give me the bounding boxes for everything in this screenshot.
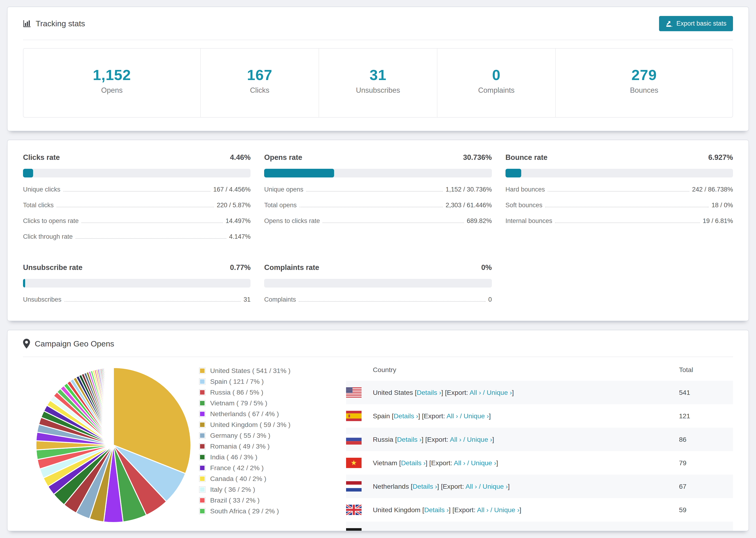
dotted-leader (81, 223, 223, 223)
legend-label: Vietnam ( 79 / 5% ) (210, 399, 267, 407)
legend-swatch (199, 389, 205, 396)
rate-rows: Unsubscribes31 (23, 296, 250, 303)
legend-item: Netherlands ( 67 / 4% ) (199, 410, 338, 418)
legend-item: South Africa ( 29 / 2% ) (199, 507, 338, 515)
legend-swatch (199, 400, 205, 406)
rate-progress-fill (23, 169, 33, 178)
legend-label: Germany ( 55 / 3% ) (210, 432, 270, 439)
page-title: Tracking stats (23, 19, 85, 28)
rate-row-value: 0 (488, 296, 492, 303)
rate-value: 4.46% (230, 153, 250, 162)
country-flag-ru (346, 434, 361, 445)
table-row: Vietnam [Details ›] [Export: All › / Uni… (346, 451, 733, 475)
rate-row: Total opens2,303 / 61.446% (264, 202, 492, 209)
export-all-link[interactable]: All › (450, 436, 461, 443)
legend-label: Brazil ( 33 / 2% ) (210, 497, 260, 504)
stat-value: 1,152 (24, 67, 200, 83)
geo-card-header: Campaign Geo Opens (23, 330, 733, 357)
rate-panel-header: Opens rate30.736% (264, 153, 492, 162)
legend-item: Canada ( 40 / 2% ) (199, 475, 338, 483)
legend-label: France ( 42 / 2% ) (210, 464, 264, 472)
rate-progress-fill (506, 169, 521, 178)
rate-row: Opens to clicks rate689.82% (264, 217, 492, 225)
details-link[interactable]: Details › (417, 389, 441, 396)
details-link[interactable]: Details › (424, 506, 449, 513)
table-row: United States [Details ›] [Export: All ›… (346, 381, 733, 404)
country-flag-gb (346, 505, 361, 515)
legend-swatch (199, 443, 205, 450)
campaign-geo-opens-card: Campaign Geo Opens United States ( 541 /… (7, 330, 749, 531)
link-separator: / (489, 506, 494, 513)
legend-label: South Africa ( 29 / 2% ) (210, 507, 279, 515)
table-row: Spain [Details ›] [Export: All › / Uniqu… (346, 404, 733, 428)
link-separator: / (477, 483, 483, 490)
legend-item: Brazil ( 33 / 2% ) (199, 497, 338, 504)
rate-row-label: Unsubscribes (23, 296, 62, 303)
rate-row: Complaints0 (264, 296, 492, 303)
details-link[interactable]: Details › (397, 436, 422, 443)
legend-swatch (199, 454, 205, 460)
rate-progress-fill (264, 169, 334, 178)
total-value: 541 (679, 389, 733, 397)
pie-slice[interactable] (113, 368, 113, 445)
legend-swatch (199, 508, 205, 514)
legend-label: Romania ( 49 / 3% ) (210, 443, 270, 450)
country-cell: Russia [Details ›] [Export: All › / Uniq… (373, 436, 679, 443)
export-all-link[interactable]: All › (454, 459, 465, 467)
dotted-leader (63, 191, 210, 191)
rate-row-value: 220 / 5.87% (217, 202, 250, 209)
rate-row: Unsubscribes31 (23, 296, 250, 303)
export-all-link[interactable]: All › (469, 389, 481, 396)
table-header-country: Country (346, 366, 679, 374)
export-all-link[interactable]: All › (465, 483, 477, 490)
stat-label: Bounces (556, 86, 732, 95)
dotted-leader (555, 223, 700, 223)
rate-row-label: Clicks to opens rate (23, 217, 79, 225)
rate-row-value: 31 (243, 296, 250, 303)
export-unique-link[interactable]: Unique › (482, 483, 508, 490)
rate-panel-opens-rate: Opens rate30.736%Unique opens1,152 / 30.… (264, 153, 492, 241)
rate-progress-bar (23, 169, 250, 178)
rate-row-value: 167 / 4.456% (213, 186, 250, 193)
export-unique-link[interactable]: Unique › (494, 506, 519, 513)
stat-label: Unsubscribes (319, 86, 437, 95)
legend-swatch (199, 432, 205, 439)
rate-panel-unsubscribe-rate: Unsubscribe rate0.77%Unsubscribes31 (23, 263, 250, 303)
legend-label: Netherlands ( 67 / 4% ) (210, 410, 279, 418)
stat-value: 279 (556, 67, 732, 83)
total-value: 86 (679, 436, 733, 443)
country-flag-vn (346, 458, 361, 468)
export-unique-link[interactable]: Unique › (471, 459, 496, 467)
details-link[interactable]: Details › (394, 412, 418, 420)
legend-item: France ( 42 / 2% ) (199, 464, 338, 472)
country-flag-us (346, 387, 361, 398)
dotted-leader (57, 207, 214, 207)
export-unique-link[interactable]: Unique › (467, 436, 492, 443)
export-all-link[interactable]: All › (477, 506, 489, 513)
geo-content: United States ( 541 / 31% )Spain ( 121 /… (23, 357, 733, 531)
stat-value: 167 (201, 67, 319, 83)
rate-row-value: 19 / 6.81% (703, 217, 733, 225)
pie-chart (23, 357, 199, 527)
table-row-partial (346, 521, 733, 531)
legend-label: United States ( 541 / 31% ) (210, 367, 291, 375)
stats-row: 1,152Opens167Clicks31Unsubscribes0Compla… (23, 48, 733, 118)
rate-progress-fill (23, 279, 25, 288)
details-link[interactable]: Details › (401, 459, 426, 467)
export-button-label: Export basic stats (676, 20, 727, 27)
stat-value: 0 (437, 67, 555, 83)
dotted-leader (64, 301, 241, 301)
export-basic-stats-button[interactable]: Export basic stats (659, 16, 733, 31)
geo-title: Campaign Geo Opens (35, 339, 114, 348)
tracking-stats-card: Tracking stats Export basic stats 1,152O… (7, 7, 749, 131)
export-all-link[interactable]: All › (447, 412, 458, 420)
rate-panel-clicks-rate: Clicks rate4.46%Unique clicks167 / 4.456… (23, 153, 250, 241)
legend-item: Spain ( 121 / 7% ) (199, 378, 338, 385)
rate-panel-bounce-rate: Bounce rate6.927%Hard bounces242 / 86.73… (506, 153, 733, 241)
legend-swatch (199, 465, 205, 471)
export-unique-link[interactable]: Unique › (464, 412, 489, 420)
total-value: 121 (679, 412, 733, 420)
rates-card: Clicks rate4.46%Unique clicks167 / 4.456… (7, 140, 749, 321)
export-unique-link[interactable]: Unique › (487, 389, 512, 396)
details-link[interactable]: Details › (413, 483, 437, 490)
